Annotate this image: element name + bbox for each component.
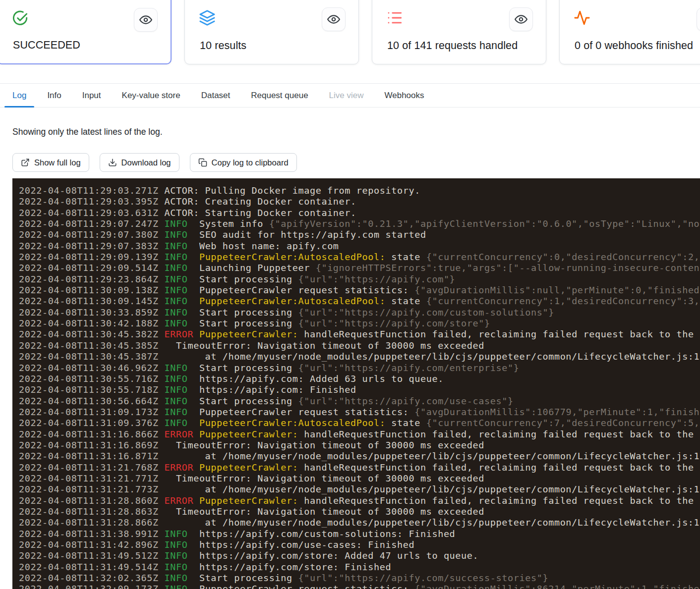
log-line: 2022-04-08T11:30:45.387Z at /home/myuser…	[19, 351, 700, 362]
copy-log-button[interactable]: Copy log to clipboard	[190, 153, 297, 172]
log-line: 2022-04-08T11:31:38.991Z INFO https://ap…	[19, 529, 700, 539]
eye-icon	[139, 13, 152, 26]
log-line: 2022-04-08T11:30:56.664Z INFO Start proc…	[19, 396, 700, 407]
log-line: 2022-04-08T11:31:28.866Z at /home/myuser…	[19, 517, 700, 528]
list-icon	[386, 9, 403, 26]
log-line: 2022-04-08T11:29:07.383Z INFO Web host n…	[19, 241, 700, 252]
download-log-label: Download log	[121, 158, 171, 167]
status-badge: SUCCEEDED	[13, 39, 80, 52]
view-results-button[interactable]	[322, 7, 346, 31]
tab-request-queue[interactable]: Request queue	[243, 84, 316, 107]
log-line: 2022-04-08T11:30:55.718Z INFO https://ap…	[19, 384, 700, 395]
log-line: 2022-04-08T11:31:09.376Z INFO PuppeteerC…	[19, 418, 700, 428]
log-line: 2022-04-08T11:30:45.382Z ERROR Puppeteer…	[19, 329, 700, 340]
log-line: 2022-04-08T11:30:55.716Z INFO https://ap…	[19, 374, 700, 384]
log-line: 2022-04-08T11:30:33.859Z INFO Start proc…	[19, 307, 700, 318]
log-line: 2022-04-08T11:31:21.771Z TimeoutError: N…	[19, 473, 700, 484]
external-link-icon	[21, 158, 30, 167]
show-full-log-button[interactable]: Show full log	[12, 153, 89, 172]
log-line: 2022-04-08T11:29:23.864Z INFO Start proc…	[19, 274, 700, 285]
copy-icon	[198, 158, 207, 167]
download-icon	[108, 158, 117, 167]
results-card: 10 results	[184, 0, 359, 64]
show-full-log-label: Show full log	[34, 158, 81, 167]
log-line: 2022-04-08T11:29:03.271Z ACTOR: Pulling …	[19, 185, 700, 196]
log-line: 2022-04-08T11:31:21.773Z at /home/myuser…	[19, 484, 700, 495]
tab-live-view: Live view	[321, 84, 372, 107]
log-line: 2022-04-08T11:31:09.173Z INFO PuppeteerC…	[19, 407, 700, 418]
log-line: 2022-04-08T11:31:21.768Z ERROR Puppeteer…	[19, 462, 700, 473]
view-status-button[interactable]	[134, 8, 158, 32]
log-line: 2022-04-08T11:31:16.869Z TimeoutError: N…	[19, 440, 700, 451]
log-actions: Show full log Download log Copy log to c…	[12, 153, 297, 172]
eye-icon	[515, 13, 527, 26]
log-line: 2022-04-08T11:29:09.514Z INFO Launching …	[19, 263, 700, 273]
requests-card: 10 of 141 requests handled	[372, 0, 546, 64]
check-circle-icon	[12, 10, 29, 27]
requests-count: 10 of 141 requests handled	[387, 40, 518, 52]
log-line: 2022-04-08T11:31:49.512Z INFO https://ap…	[19, 550, 700, 561]
log-line: 2022-04-08T11:29:03.631Z ACTOR: Starting…	[19, 208, 700, 218]
tab-info[interactable]: Info	[39, 84, 69, 107]
log-line: 2022-04-08T11:31:42.896Z INFO https://ap…	[19, 539, 700, 550]
activity-icon	[574, 9, 590, 26]
view-webhooks-button[interactable]	[697, 7, 700, 31]
log-line: 2022-04-08T11:31:49.514Z INFO https://ap…	[19, 562, 700, 573]
log-line: 2022-04-08T11:32:02.365Z INFO Start proc…	[19, 573, 700, 584]
tab-key-value-store[interactable]: Key-value store	[114, 84, 188, 107]
log-line: 2022-04-08T11:30:42.188Z INFO Start proc…	[19, 318, 700, 329]
results-count: 10 results	[200, 40, 246, 52]
log-line: 2022-04-08T11:29:03.395Z ACTOR: Creating…	[19, 196, 700, 207]
tab-input[interactable]: Input	[74, 84, 109, 107]
download-log-button[interactable]: Download log	[100, 153, 179, 172]
log-line: 2022-04-08T11:31:16.871Z at /home/myuser…	[19, 451, 700, 462]
run-tabs: Log Info Input Key-value store Dataset R…	[0, 83, 700, 107]
log-line: 2022-04-08T11:30:09.138Z INFO PuppeteerC…	[19, 285, 700, 296]
log-line: 2022-04-08T11:29:09.139Z INFO PuppeteerC…	[19, 252, 700, 263]
copy-log-label: Copy log to clipboard	[212, 158, 289, 167]
log-line: 2022-04-08T11:29:07.247Z INFO System inf…	[19, 218, 700, 229]
log-line: 2022-04-08T11:30:09.145Z INFO PuppeteerC…	[19, 296, 700, 307]
webhooks-card: 0 of 0 webhooks finished	[559, 0, 700, 64]
view-requests-button[interactable]	[509, 7, 533, 31]
log-line: 2022-04-08T11:31:28.860Z ERROR Puppeteer…	[19, 495, 700, 506]
log-line: 2022-04-08T11:31:28.863Z TimeoutError: N…	[19, 506, 700, 517]
tab-dataset[interactable]: Dataset	[193, 84, 238, 107]
status-card: SUCCEEDED	[0, 0, 172, 64]
tab-log[interactable]: Log	[4, 84, 34, 107]
log-line: 2022-04-08T11:30:45.385Z TimeoutError: N…	[19, 340, 700, 351]
webhooks-count: 0 of 0 webhooks finished	[575, 40, 693, 52]
log-line: 2022-04-08T11:29:07.380Z INFO SEO audit …	[19, 229, 700, 240]
log-line: 2022-04-08T11:31:16.866Z ERROR Puppeteer…	[19, 429, 700, 440]
run-stats-cards: SUCCEEDED 10 results 10 of 141 reques	[0, 0, 700, 64]
log-truncation-note: Showing only the latest lines of the log…	[12, 127, 163, 137]
log-terminal[interactable]: 2022-04-08T11:29:03.271Z ACTOR: Pulling …	[12, 178, 700, 589]
layers-icon	[199, 9, 216, 26]
tab-webhooks[interactable]: Webhooks	[377, 84, 432, 107]
log-line: 2022-04-08T11:32:09.173Z INFO PuppeteerC…	[19, 584, 700, 589]
log-line: 2022-04-08T11:30:46.962Z INFO Start proc…	[19, 363, 700, 374]
eye-icon	[327, 13, 340, 26]
